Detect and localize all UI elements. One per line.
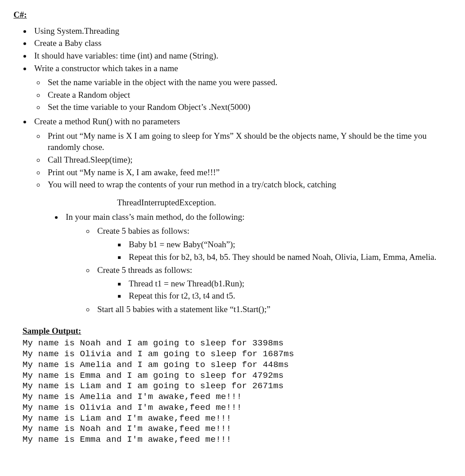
- create-threads-circle: Create 5 threads as follows:: [95, 264, 451, 276]
- list-item: Create 5 threads as follows:: [95, 264, 451, 276]
- run-sub-list: Print out “My name is X I am going to sl…: [45, 130, 451, 190]
- list-item: Baby b1 = new Baby(“Noah”);: [126, 239, 451, 250]
- list-item: Print out “My name is X, I am awake, fee…: [45, 167, 451, 178]
- main-method-bullet: In your main class’s main method, do the…: [63, 211, 451, 223]
- list-item: It should have variables: time (int) and…: [32, 50, 451, 62]
- list-item: Print out “My name is X I am going to sl…: [45, 130, 451, 153]
- list-item: Call Thread.Sleep(time);: [45, 154, 451, 166]
- list-item: You will need to wrap the contents of yo…: [45, 179, 451, 190]
- sample-output-heading: Sample Output:: [23, 325, 451, 337]
- list-item: Set the name variable in the object with…: [45, 77, 451, 88]
- list-item: Start all 5 babies with a statement like…: [95, 304, 451, 315]
- start-babies-circle: Start all 5 babies with a statement like…: [95, 304, 451, 315]
- run-bullet-list: Create a method Run() with no parameters: [32, 116, 451, 127]
- exception-text: ThreadInterruptedException.: [117, 197, 451, 209]
- top-bullet-list: Using System.Threading Create a Baby cla…: [32, 25, 451, 74]
- list-item: Set the time variable to your Random Obj…: [45, 101, 451, 113]
- list-item: Create 5 babies as follows:: [95, 225, 451, 237]
- list-item: Using System.Threading: [32, 25, 451, 37]
- section-heading-csharp: C#:: [14, 9, 451, 21]
- babies-square-list: Baby b1 = new Baby(“Noah”); Repeat this …: [126, 239, 451, 263]
- sample-output-block: My name is Noah and I am going to sleep …: [23, 338, 451, 445]
- create-babies-circle: Create 5 babies as follows:: [95, 225, 451, 237]
- threads-square-list: Thread t1 = new Thread(b1.Run); Repeat t…: [126, 278, 451, 302]
- list-item: Create a Baby class: [32, 37, 451, 49]
- constructor-sub-list: Set the name variable in the object with…: [45, 77, 451, 113]
- list-item: Write a constructor which takes in a nam…: [32, 63, 451, 74]
- list-item: Repeat this for b2, b3, b4, b5. They sho…: [126, 251, 451, 263]
- list-item: Repeat this for t2, t3, t4 and t5.: [126, 290, 451, 302]
- list-item: Create a method Run() with no parameters: [32, 116, 451, 127]
- list-item: Create a Random object: [45, 89, 451, 101]
- list-item: Thread t1 = new Thread(b1.Run);: [126, 278, 451, 290]
- list-item: In your main class’s main method, do the…: [63, 211, 451, 223]
